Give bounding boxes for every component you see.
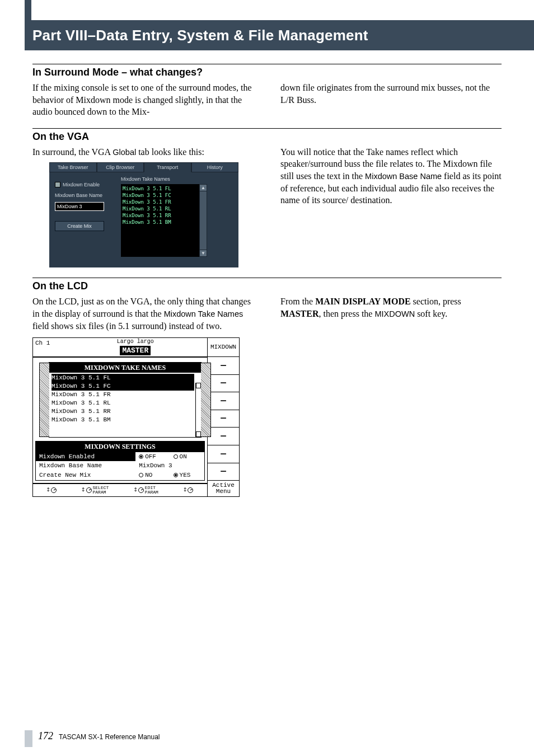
lcd-channel: Ch 1 [33,338,103,356]
part-header-bar: Part VIII–Data Entry, System & File Mana… [25,20,534,50]
text: field shows six files (in 5.1 surround) … [32,321,222,331]
text: , then press the [318,309,374,318]
lcd-title: Largo largo MASTER [103,338,168,356]
inline-code: Mixdown Take Names [164,309,243,318]
softkey[interactable]: — [208,375,239,393]
s1-left-text: If the mixing console is set to one of t… [32,82,254,118]
create-mix-button[interactable]: Create Mix [55,221,104,231]
list-item[interactable]: MixDown 3 5.1 RL [51,399,194,407]
text: MixDown 3 5.1 FR [51,391,111,399]
checkbox-label: Mixdown Enable [63,181,100,188]
knob[interactable]: ‡ [184,486,193,495]
s2-right-text: You will notice that the Take names refl… [280,146,502,206]
settings-row-base[interactable]: Mixdown Base Name MixDown 3 [36,461,204,471]
softkey-active-menu[interactable]: Active Menu [208,481,239,496]
list-item[interactable]: MixDown 3 5.1 FL [51,374,194,382]
part-title: Part VIII–Data Entry, System & File Mana… [32,27,368,44]
lcd-scrollbar[interactable] [195,383,201,437]
radio-on-icon[interactable] [139,454,143,459]
knob-icon [188,487,193,493]
vga-scrollbar[interactable]: ▲ ▼ [199,184,207,257]
text: In surround, the VGA [32,147,113,157]
updown-icon: ‡ [134,487,137,494]
knob-label: EDIT PARAM [145,486,158,495]
list-item[interactable]: MixDown 3 5.1 BM [51,416,194,424]
dash-icon: — [221,395,226,407]
list-item[interactable]: MixDown 3 5.1 RL [123,205,198,212]
radio-off-icon[interactable] [174,454,178,459]
knob-icon [86,487,92,493]
list-item[interactable]: MixDown 3 5.1 FR [51,391,194,399]
vga-screenshot: Take Browser Clip Browser Transport Hist… [49,162,238,267]
label: Mixdown Base Name [36,461,135,471]
list-item[interactable]: MixDown 3 5.1 BM [123,219,198,226]
list-item[interactable]: MixDown 3 5.1 RR [123,212,198,219]
vga-tab-history[interactable]: History [191,162,239,172]
softkey[interactable]: — [208,463,239,481]
label: Create New Mix [36,471,135,480]
s2-left-text: In surround, the VGA Global tab looks li… [32,146,254,158]
vga-tab-transport[interactable]: Transport [144,162,191,172]
lcd-subtitle: Largo largo [103,338,168,346]
knob-edit[interactable]: ‡EDIT PARAM [134,486,158,495]
inline-code: Mixdown Base Name [365,172,442,181]
softkey[interactable]: — [208,410,239,428]
text: MixDown 3 5.1 RR [51,407,111,416]
page-number: 172 [38,730,53,742]
settings-title: MIXDOWN SETTINGS [36,442,204,452]
list-item[interactable]: MixDown 3 5.1 RR [51,407,194,416]
settings-row-enabled[interactable]: Mixdown Enabled OFF ON [36,452,204,462]
vga-tab-clip-browser[interactable]: Clip Browser [97,162,144,172]
updown-icon: ‡ [82,487,85,494]
option-on: ON [180,453,187,460]
knob[interactable]: ‡ [47,486,57,495]
softkey[interactable]: — [208,357,239,375]
scroll-down-icon[interactable]: ▼ [200,250,207,256]
list-item[interactable]: MixDown 3 5.1 FL [123,185,198,192]
softkey[interactable]: — [208,445,239,463]
dash-icon: — [221,377,226,389]
softkey-mixdown[interactable]: MIXDOWN [208,338,239,357]
dash-icon: — [221,448,226,461]
text: From the [280,297,315,306]
divider [32,64,502,64]
softkey[interactable]: — [208,392,239,410]
updown-icon: ‡ [47,487,50,494]
vga-take-list[interactable]: MixDown 3 5.1 FL MixDown 3 5.1 FC MixDow… [121,184,199,257]
scroll-track[interactable] [200,191,207,250]
list-item[interactable]: MixDown 3 5.1 FR [123,199,198,205]
lcd-master-label: MASTER [120,346,151,356]
text: MixDown 3 5.1 BM [51,416,111,424]
settings-row-create[interactable]: Create New Mix NO YES [36,471,204,480]
knob-select[interactable]: ‡SELECT PARAM [82,486,109,495]
footer-ref: TASCAM SX-1 Reference Manual [59,733,160,741]
list-item[interactable]: MixDown 3 5.1 FC [51,382,194,391]
vga-list-title: Mixdown Take Names [121,176,234,182]
scroll-thumb-top[interactable] [196,383,201,388]
dash-icon: — [221,360,226,372]
base-name-input[interactable]: MixDown 3 [55,202,104,211]
dash-icon: — [221,466,226,478]
inline-code: Global [113,148,136,157]
panel-shade-right [201,363,211,437]
scroll-thumb-bottom[interactable] [196,431,201,437]
mixdown-enable-checkbox[interactable]: Mixdown Enable [55,181,115,188]
vga-tab-take-browser[interactable]: Take Browser [49,162,97,172]
lcd-settings-panel: MIXDOWN SETTINGS Mixdown Enabled OFF ON … [35,441,205,481]
text: MixDown 3 5.1 FC [51,382,111,391]
softkey[interactable]: — [208,428,239,445]
header-accent [25,0,31,20]
text: soft key. [415,309,447,318]
scroll-up-icon[interactable]: ▲ [200,185,207,191]
label: Mixdown Enabled [36,452,135,462]
lcd-screenshot: Ch 1 Largo largo MASTER MIXDOWN TAKE NAM… [32,337,240,497]
text: Menu [216,489,231,495]
lcd-knob-row: ‡ ‡SELECT PARAM ‡EDIT PARAM ‡ [33,483,207,496]
panel-shade-left [39,363,49,437]
inline-code: MIXDOWN [374,309,415,318]
radio-on-icon[interactable] [174,473,178,477]
s1-right-text: down file originates from the surround m… [280,82,502,106]
list-item[interactable]: MixDown 3 5.1 FC [123,192,198,199]
text: section, press [411,297,461,306]
radio-off-icon[interactable] [139,473,143,477]
